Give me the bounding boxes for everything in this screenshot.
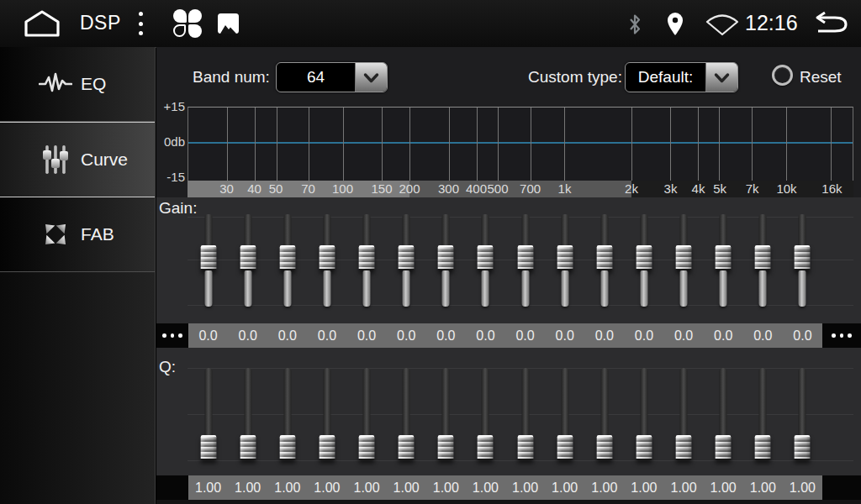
slider-thumb[interactable] [795, 435, 811, 460]
gain-slider[interactable] [267, 214, 307, 307]
slider-thumb[interactable] [319, 435, 335, 460]
dsp-screen: DSP 12:16 EQ [0, 0, 861, 504]
freq-gridline [498, 108, 499, 181]
slider-track-bottom [799, 270, 806, 307]
slider-thumb[interactable] [636, 435, 652, 460]
slider-thumb[interactable] [716, 435, 732, 460]
slider-thumb[interactable] [359, 245, 375, 270]
slider-thumb[interactable] [596, 245, 612, 270]
gain-slider-value: 0.0 [267, 323, 307, 348]
q-slider[interactable] [188, 368, 228, 462]
slider-thumb[interactable] [438, 435, 454, 460]
slider-thumb[interactable] [279, 245, 295, 270]
slider-track-top [600, 368, 608, 437]
slider-thumb[interactable] [240, 435, 256, 460]
slider-thumb[interactable] [557, 435, 573, 460]
gain-slider[interactable] [228, 214, 267, 307]
gain-slider[interactable] [545, 214, 584, 307]
home-button[interactable] [22, 9, 62, 41]
band-num-label: Band num: [193, 62, 270, 92]
slider-thumb[interactable] [716, 245, 732, 270]
gain-slider[interactable] [505, 214, 545, 307]
slider-thumb[interactable] [795, 245, 811, 270]
slider-track-top [204, 368, 212, 437]
gain-slider[interactable] [188, 214, 228, 307]
gain-slider[interactable] [783, 214, 822, 307]
custom-type-value: Default: [626, 63, 705, 92]
custom-type-dropdown[interactable]: Default: [625, 62, 738, 92]
slider-thumb[interactable] [517, 245, 533, 270]
gain-slider[interactable] [743, 214, 783, 307]
overflow-menu-button[interactable] [135, 12, 146, 35]
gain-slider[interactable] [584, 214, 624, 307]
gain-slider[interactable] [624, 214, 663, 307]
q-slider[interactable] [228, 368, 267, 462]
q-slider[interactable] [584, 368, 624, 462]
sidebar-item-fab[interactable]: FAB [0, 197, 155, 272]
slider-thumb[interactable] [438, 245, 454, 270]
slider-track-top [403, 214, 410, 247]
slider-thumb[interactable] [755, 435, 771, 460]
slider-thumb[interactable] [557, 245, 573, 270]
q-slider[interactable] [387, 368, 426, 462]
slider-thumb[interactable] [636, 245, 652, 270]
slider-thumb[interactable] [359, 435, 375, 460]
gain-slider[interactable] [347, 214, 387, 307]
slider-thumb[interactable] [319, 245, 335, 270]
slider-thumb[interactable] [399, 435, 415, 460]
q-slider[interactable] [347, 368, 387, 462]
slider-thumb[interactable] [200, 435, 216, 460]
slider-track-bottom [482, 270, 489, 307]
slider-track-bottom [521, 270, 529, 307]
gain-more-right-button[interactable] [822, 323, 861, 348]
slider-thumb[interactable] [596, 435, 612, 460]
slider-thumb[interactable] [399, 245, 415, 270]
freq-tick-label: 70 [301, 181, 315, 197]
gain-slider[interactable] [664, 214, 704, 307]
gain-more-left-button[interactable] [156, 323, 188, 348]
sidebar-item-label: Curve [81, 150, 128, 170]
q-slider[interactable] [664, 368, 704, 462]
q-slider[interactable] [704, 368, 743, 462]
slider-track-bottom [680, 270, 688, 307]
q-slider[interactable] [267, 368, 307, 462]
q-slider[interactable] [545, 368, 584, 462]
q-slider[interactable] [426, 368, 466, 462]
slider-thumb[interactable] [200, 245, 216, 270]
slider-thumb[interactable] [478, 435, 494, 460]
q-slider[interactable] [505, 368, 545, 462]
gain-slider-value: 0.0 [228, 323, 267, 348]
band-num-dropdown[interactable]: 64 [276, 62, 388, 92]
q-more-right-button[interactable] [822, 475, 861, 500]
slider-thumb[interactable] [478, 245, 494, 270]
freq-tick-label: 10k [776, 181, 796, 197]
gain-slider-value: 0.0 [783, 323, 822, 348]
slider-thumb[interactable] [676, 435, 692, 460]
slider-thumb[interactable] [240, 245, 256, 270]
q-slider[interactable] [783, 368, 822, 462]
gain-slider[interactable] [387, 214, 426, 307]
q-slider[interactable] [307, 368, 346, 462]
slider-thumb[interactable] [755, 245, 771, 270]
gain-slider-value: 0.0 [426, 323, 466, 348]
gain-slider[interactable] [307, 214, 346, 307]
q-slider[interactable] [466, 368, 505, 462]
gain-slider[interactable] [426, 214, 466, 307]
reset-radio-button[interactable] [772, 65, 793, 86]
q-slider-value: 1.00 [387, 475, 426, 500]
q-slider[interactable] [624, 368, 663, 462]
slider-thumb[interactable] [279, 435, 295, 460]
waveform-icon [37, 71, 74, 97]
gain-slider[interactable] [704, 214, 743, 307]
sidebar-item-eq[interactable]: EQ [0, 47, 155, 122]
gallery-icon[interactable] [218, 13, 239, 34]
q-slider[interactable] [743, 368, 783, 462]
apps-clover-icon[interactable] [173, 9, 202, 38]
slider-track-top [323, 214, 330, 247]
slider-thumb[interactable] [517, 435, 533, 460]
slider-thumb[interactable] [676, 245, 692, 270]
back-button[interactable] [811, 11, 849, 39]
q-more-left-button[interactable] [156, 475, 188, 500]
gain-slider[interactable] [466, 214, 505, 307]
sidebar-item-curve[interactable]: Curve [0, 122, 155, 197]
